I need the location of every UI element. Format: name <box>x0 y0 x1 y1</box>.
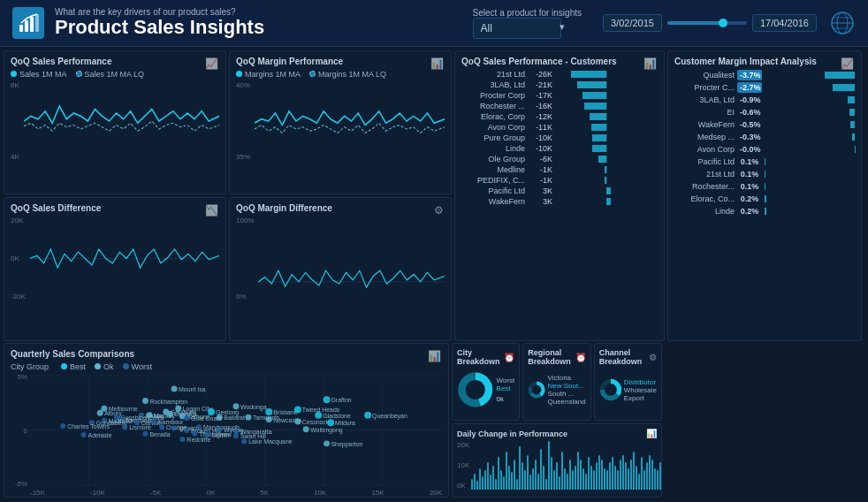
x-axis-labels: -15K-10K-5K0K5K10K15K20K <box>11 489 442 497</box>
margin-row: EI -0.6% <box>674 107 855 118</box>
margin-row: Procter C... -2.7% <box>674 82 855 93</box>
quarterly-panel: Quarterly Sales Comparisons 📊 City Group… <box>4 343 449 498</box>
daily-bar <box>537 474 539 490</box>
svg-text:Gladstone: Gladstone <box>323 413 351 419</box>
date-from[interactable]: 3/02/2015 <box>603 14 662 32</box>
margin-diff-icon[interactable]: ⚙ <box>434 204 444 217</box>
daily-bar <box>529 475 531 490</box>
daily-bar <box>511 472 513 490</box>
svg-rect-3 <box>35 14 39 32</box>
margin-rows: Qualitest -3.7% Procter C... -2.7% 3LAB,… <box>674 70 855 217</box>
svg-point-32 <box>97 410 103 416</box>
margin-perf-icon[interactable]: 📊 <box>430 57 444 70</box>
daily-bar <box>500 470 502 490</box>
daily-bar <box>471 479 473 490</box>
daily-bar <box>588 457 590 490</box>
sales-diff-icon[interactable]: 📉 <box>205 204 218 217</box>
margin-perf-title: QoQ Margin Performance <box>236 57 445 66</box>
daily-bar <box>643 470 645 490</box>
daily-chart: 20K 10K 0K <box>457 441 657 490</box>
product-select[interactable]: All Product A Product B <box>473 18 561 39</box>
svg-point-74 <box>327 419 334 426</box>
svg-point-68 <box>364 412 371 419</box>
date-to[interactable]: 17/04/2016 <box>752 14 817 32</box>
margin-row: Medsep ... -0.3% <box>674 132 855 142</box>
daily-bar <box>614 466 616 490</box>
daily-bar <box>553 470 555 490</box>
daily-bar <box>476 481 478 490</box>
customer-row: Elorac, Corp -12K <box>461 112 658 121</box>
svg-text:Ballarat: Ballarat <box>224 415 245 421</box>
customer-row: PEDIFIX, C... -1K <box>461 176 658 185</box>
customer-row: 3LAB, Ltd -21K <box>461 80 658 89</box>
daily-bar <box>516 479 518 490</box>
regional-donut <box>528 369 545 411</box>
daily-bar <box>633 452 635 490</box>
customers-rows: 21st Ltd -26K 3LAB, Ltd -21K Procter Cor… <box>461 70 658 206</box>
daily-bar <box>519 446 521 490</box>
svg-point-54 <box>184 415 189 421</box>
margin-row: Qualitest -3.7% <box>674 70 855 80</box>
daily-bar <box>490 475 491 490</box>
daily-bar <box>474 474 476 490</box>
svg-text:Wollongong: Wollongong <box>310 427 343 434</box>
svg-point-76 <box>60 423 65 429</box>
daily-bar <box>492 466 494 490</box>
svg-point-60 <box>294 406 301 413</box>
daily-bar <box>612 457 613 490</box>
margin-sparkline <box>255 81 445 161</box>
daily-bar <box>569 460 571 490</box>
daily-bar <box>559 476 560 490</box>
svg-text:Redcliffe: Redcliffe <box>187 437 210 443</box>
quarterly-title: Quarterly Sales Comparisons <box>11 349 442 359</box>
daily-title: Daily Change in Performance <box>457 430 567 438</box>
date-slider[interactable] <box>667 21 747 25</box>
customer-row: WakeFern 3K <box>461 197 658 206</box>
cust-margin-icon[interactable]: 📈 <box>841 57 854 70</box>
svg-point-96 <box>81 432 87 437</box>
sales-sparkline <box>24 81 219 161</box>
daily-bar <box>572 470 574 490</box>
quarterly-chart-wrap: 5% 0 -5% Mount IsaRockhamptonGra <box>11 373 442 488</box>
svg-point-72 <box>294 419 301 425</box>
margin-perf-legend: Margins 1M MA Margins 1M MA LQ <box>236 70 445 79</box>
daily-icon[interactable]: 📊 <box>646 429 657 438</box>
daily-bar <box>625 462 627 490</box>
svg-point-104 <box>233 433 239 438</box>
svg-point-94 <box>151 419 156 424</box>
customers-icon[interactable]: 📊 <box>643 57 657 70</box>
svg-point-108 <box>241 438 247 444</box>
svg-text:Grafton: Grafton <box>331 397 351 403</box>
channel-donut <box>599 369 622 411</box>
logo <box>12 7 44 39</box>
sales-perf-legend: Sales 1M MA Sales 1M MA LQ <box>11 70 219 79</box>
breakdowns-column: City Breakdown ⏰ Worst Best 0k <box>452 343 662 498</box>
svg-text:Rockhampton: Rockhampton <box>149 399 187 406</box>
daily-bar <box>575 466 576 490</box>
sales-perf-chart: 6K 4K <box>11 81 219 161</box>
daily-bar <box>596 462 598 490</box>
sales-diff-panel: QoQ Sales Difference 📉 20K 0K -20K <box>4 197 226 341</box>
cust-margin-panel: Customer Margin Impact Analysis 📈 Qualit… <box>667 50 862 341</box>
svg-point-62 <box>315 412 322 419</box>
svg-point-20 <box>171 385 178 392</box>
sales-diff-title: QoQ Sales Difference <box>11 203 219 213</box>
sales-diff-chart: 20K 0K -20K <box>11 217 219 300</box>
svg-point-86 <box>184 428 189 433</box>
product-select-wrapper[interactable]: All Product A Product B <box>473 18 571 39</box>
quarterly-icon[interactable]: 📊 <box>428 350 441 362</box>
city-title: City Breakdown ⏰ <box>457 348 514 366</box>
svg-text:Gold Coast: Gold Coast <box>191 415 222 422</box>
daily-bar <box>641 457 643 490</box>
daily-bar <box>659 462 661 490</box>
daily-bar <box>606 470 608 490</box>
margin-diff-sparkline <box>258 217 445 300</box>
margin-row: 3LAB, Ltd -0.9% <box>674 95 855 105</box>
daily-bar <box>601 460 603 490</box>
svg-point-24 <box>324 396 331 403</box>
globe-icon[interactable] <box>829 10 856 36</box>
sales-perf-title: QoQ Sales Performance <box>11 57 219 66</box>
margin-perf-panel: QoQ Margin Performance 📊 Margins 1M MA M… <box>229 50 452 194</box>
margin-perf-chart: 40% 35% <box>236 81 445 161</box>
sales-perf-icon[interactable]: 📈 <box>205 57 218 70</box>
